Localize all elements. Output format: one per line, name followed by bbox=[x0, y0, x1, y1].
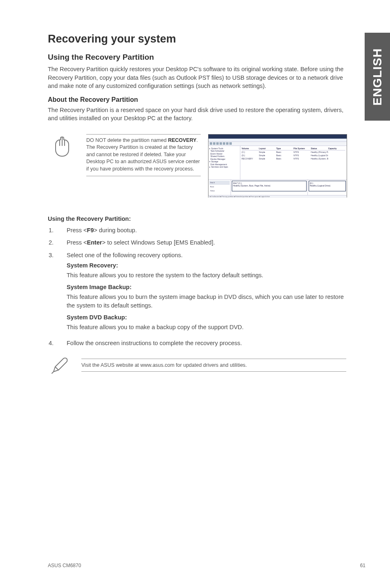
intro-paragraph: The Recovery Partition quickly restores … bbox=[48, 65, 346, 90]
opt-image-backup-title: System Image Backup: bbox=[67, 283, 346, 292]
footer-page-number: 61 bbox=[360, 563, 365, 568]
opt-system-recovery-text: This feature allows you to restore the s… bbox=[67, 271, 346, 280]
note-text: Visit the ASUS website at www.asus.com f… bbox=[81, 359, 346, 372]
main-content: Recovering your system Using the Recover… bbox=[48, 33, 346, 374]
about-paragraph: The Recovery Partition is a reserved spa… bbox=[48, 106, 346, 123]
info-note: Visit the ASUS website at www.asus.com f… bbox=[48, 356, 346, 374]
section-heading-about: About the Recovery Partition bbox=[48, 96, 346, 103]
using-section: Using the Recovery Partition: Press <F9>… bbox=[48, 215, 346, 347]
warning-text: DO NOT delete the partition named RECOVE… bbox=[86, 134, 201, 177]
opt-dvd-backup-title: System DVD Backup: bbox=[67, 313, 346, 322]
warning-callout: DO NOT delete the partition named RECOVE… bbox=[48, 134, 346, 197]
disk-mgmt-window: ▸ System Tools Task Scheduler Event View… bbox=[208, 134, 347, 197]
page-footer: ASUS CM6870 61 bbox=[48, 563, 365, 568]
language-tab: ENGLISH bbox=[365, 33, 390, 121]
hand-stop-icon bbox=[48, 134, 79, 158]
language-tab-text: ENGLISH bbox=[370, 48, 384, 105]
section-heading-using-partition: Using the Recovery Partition bbox=[48, 53, 346, 62]
step-2: Press <Enter> to select Windows Setup [E… bbox=[49, 238, 346, 247]
warning-bold: RECOVERY bbox=[168, 137, 197, 143]
opt-image-backup-text: This feature allows you to burn the syst… bbox=[67, 293, 346, 310]
using-heading: Using the Recovery Partition: bbox=[48, 215, 346, 222]
step-3: Select one of the following recovery opt… bbox=[49, 251, 346, 335]
steps-list: Press <F9> during bootup. Press <Enter> … bbox=[49, 226, 346, 347]
pencil-icon bbox=[48, 356, 72, 374]
step-4: Follow the onscreen instructions to comp… bbox=[49, 339, 346, 348]
opt-dvd-backup-text: This feature allows you to make a backup… bbox=[67, 323, 346, 332]
disk-management-screenshot: ▸ System Tools Task Scheduler Event View… bbox=[208, 134, 347, 197]
warning-prefix: DO NOT delete the partition named bbox=[86, 137, 168, 143]
step-1: Press <F9> during bootup. bbox=[49, 226, 346, 235]
opt-system-recovery-title: System Recovery: bbox=[67, 261, 346, 270]
page-title: Recovering your system bbox=[48, 33, 346, 45]
footer-model: ASUS CM6870 bbox=[48, 563, 81, 568]
